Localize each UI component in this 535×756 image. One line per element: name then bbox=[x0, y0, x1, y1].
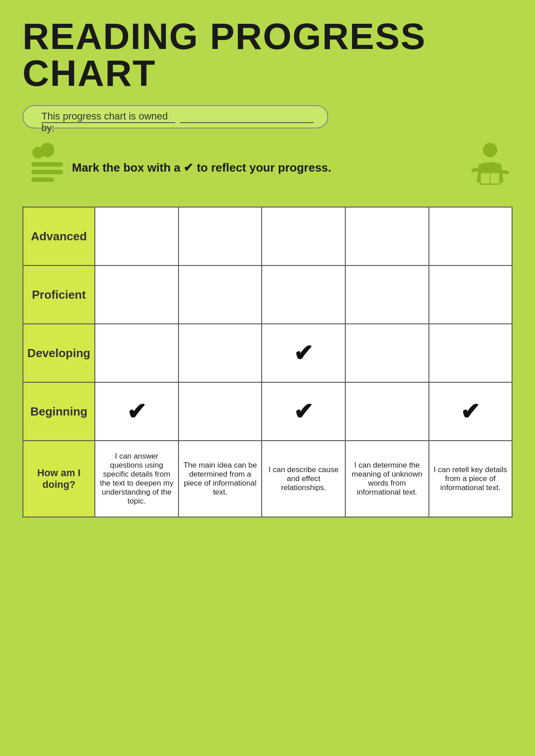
descriptor-3: I can determine the meaning of unknown w… bbox=[345, 441, 428, 517]
cell-proficient-4[interactable] bbox=[429, 265, 513, 324]
cell-beginning-1[interactable] bbox=[178, 382, 262, 441]
descriptor-1: The main idea can be determined from a p… bbox=[178, 441, 262, 517]
cell-developing-2[interactable]: ✔ bbox=[262, 324, 345, 382]
descriptor-2: I can describe cause and effect relation… bbox=[262, 441, 345, 517]
cell-proficient-1[interactable] bbox=[178, 265, 262, 324]
cell-proficient-2[interactable] bbox=[262, 265, 345, 324]
descriptor-0: I can answer questions using specific de… bbox=[95, 441, 178, 517]
cell-advanced-0[interactable] bbox=[95, 207, 178, 265]
row-label-beginning: Beginning bbox=[23, 382, 95, 441]
studying-icon bbox=[22, 142, 72, 193]
checkmark: ✔ bbox=[460, 398, 480, 424]
reading-icon bbox=[468, 142, 513, 193]
cell-beginning-4[interactable]: ✔ bbox=[429, 382, 513, 441]
owner-label: This progress chart is owned by: bbox=[41, 111, 175, 123]
row-label-proficient: Proficient bbox=[23, 265, 95, 324]
instruction-text: Mark the box with a ✔ to reflect your pr… bbox=[72, 161, 468, 175]
cell-beginning-2[interactable]: ✔ bbox=[262, 382, 345, 441]
cell-advanced-2[interactable] bbox=[262, 207, 345, 265]
cell-advanced-1[interactable] bbox=[178, 207, 262, 265]
svg-point-1 bbox=[32, 147, 44, 159]
row-label-advanced: Advanced bbox=[23, 207, 95, 265]
progress-table: AdvancedProficientDeveloping✔Beginning✔✔… bbox=[22, 207, 513, 517]
cell-developing-4[interactable] bbox=[429, 324, 513, 382]
cell-proficient-3[interactable] bbox=[345, 265, 428, 324]
owner-line bbox=[180, 111, 314, 123]
svg-rect-3 bbox=[31, 170, 63, 174]
checkmark: ✔ bbox=[294, 398, 313, 424]
cell-beginning-3[interactable] bbox=[345, 382, 428, 441]
descriptor-4: I can retell key details from a piece of… bbox=[429, 441, 513, 517]
checkmark: ✔ bbox=[127, 398, 147, 424]
page-title: READING PROGRESS CHART bbox=[22, 18, 513, 92]
cell-advanced-3[interactable] bbox=[345, 207, 428, 265]
cell-developing-3[interactable] bbox=[345, 324, 428, 382]
row-label-developing: Developing bbox=[23, 324, 95, 382]
cell-proficient-0[interactable] bbox=[95, 265, 178, 324]
cell-beginning-0[interactable]: ✔ bbox=[95, 382, 178, 441]
svg-rect-4 bbox=[31, 177, 54, 182]
checkmark: ✔ bbox=[294, 340, 313, 366]
owner-bar: This progress chart is owned by: bbox=[22, 105, 328, 128]
cell-developing-0[interactable] bbox=[95, 324, 178, 382]
how-am-i-label: How am I doing? bbox=[23, 441, 95, 517]
svg-point-5 bbox=[483, 143, 497, 157]
cell-advanced-4[interactable] bbox=[429, 207, 513, 265]
svg-rect-2 bbox=[31, 162, 63, 167]
cell-developing-1[interactable] bbox=[178, 324, 262, 382]
